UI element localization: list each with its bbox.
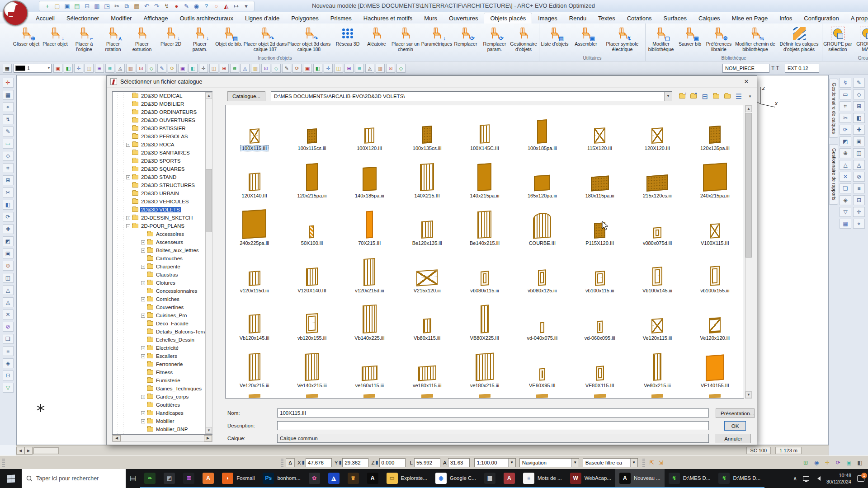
tree-item-2d-3d-volets[interactable]: +2D&3D VOLETS — [113, 206, 212, 214]
tool-icon[interactable]: ▣ — [3, 249, 14, 258]
catalog-item[interactable]: v080x075d.iii — [628, 200, 686, 248]
tree-item-echelles-dessin[interactable]: +Echelles_Dessin — [113, 336, 212, 344]
ribbon-button-liste-d-objets[interactable]: ▤Liste d'objets — [540, 25, 569, 47]
chevron-down-icon[interactable]: ▼ — [664, 92, 672, 101]
ribbon-button-glisser-objet[interactable]: ⊕Glisser objet — [12, 25, 41, 47]
tree-item-ferronnerie[interactable]: +Ferronnerie — [113, 360, 212, 368]
tree-item-2d-3d-patissier[interactable]: +2D&3D PATISSIER — [113, 124, 212, 132]
tree-item-escaliers[interactable]: +Escaliers — [113, 352, 212, 360]
taskbar-photos-app[interactable]: ✿ — [305, 469, 324, 488]
catalog-item[interactable]: COURBE.III — [514, 200, 571, 248]
status-icon[interactable]: ◉ — [812, 458, 821, 467]
redo-icon[interactable]: ↷ — [152, 2, 161, 10]
catalog-item[interactable]: 115X120.III — [571, 105, 628, 153]
catalog-item[interactable]: 120x215pa.iii — [283, 153, 340, 200]
menu-tab-accueil[interactable]: Accueil — [30, 13, 61, 23]
tree-item-fitness[interactable]: +Fitness — [113, 368, 212, 376]
tool-icon[interactable]: ⊡ — [386, 64, 395, 73]
taskbar-word-doc-app[interactable]: ≡Mots de ... — [519, 469, 566, 488]
collapse-icon[interactable]: − — [126, 224, 130, 228]
print-icon[interactable]: ⊟ — [83, 2, 91, 10]
panel-icon[interactable]: ✚ — [853, 125, 865, 135]
tree-item-2d-3d-stand[interactable]: +2D&3D STAND — [113, 173, 212, 181]
menu-tab-affichage[interactable]: Affichage — [137, 13, 174, 23]
panel-icon[interactable]: ⊘ — [853, 172, 865, 182]
undo-icon[interactable]: ↶ — [142, 2, 151, 10]
grid-vertical-scrollbar[interactable]: ▲ ▼ — [745, 105, 752, 399]
tool-icon[interactable]: ◧ — [313, 64, 322, 73]
tool-icon[interactable]: ◬ — [241, 64, 250, 73]
notification-icon[interactable]: 1 — [857, 475, 864, 482]
tool-icon[interactable]: ◇ — [272, 64, 281, 73]
tree-item-fumisterie[interactable]: +Fumisterie — [113, 376, 212, 385]
tree-item-2d-3d-sanitaires[interactable]: +2D&3D SANITAIRES — [113, 149, 212, 157]
open-folder-icon[interactable] — [723, 92, 732, 100]
new-folder-icon[interactable]: ＊ — [689, 92, 698, 100]
menu-tab-images[interactable]: Images — [532, 13, 563, 23]
panel-icon[interactable]: ◇ — [853, 89, 865, 99]
tree-item-cartouches[interactable]: +Cartouches — [113, 254, 212, 263]
tree-item-cuisines-pro[interactable]: +Cuisines_Pro — [113, 311, 212, 319]
tree-item-couvertines[interactable]: +Couvertines — [113, 303, 212, 311]
catalog-item[interactable]: 50X100.iii — [283, 200, 340, 248]
status-icon[interactable]: ✛ — [823, 458, 832, 467]
tool-icon[interactable]: ▥ — [126, 64, 135, 73]
tool-icon[interactable]: ◧ — [64, 64, 73, 73]
catalog-item[interactable]: 70X215.III — [341, 200, 398, 248]
tree-item-handicapes[interactable]: +Handicapes — [113, 409, 212, 417]
horizontal-scrollbar[interactable] — [33, 447, 59, 454]
catalog-item[interactable]: Vb140x225.iii — [341, 295, 398, 343]
document-icon[interactable]: ▥ — [93, 2, 101, 10]
tool-icon[interactable]: ✎ — [3, 127, 14, 136]
catalog-item[interactable]: Be140x215.iii — [456, 200, 513, 248]
tree-item-2d-dessin-sketch[interactable]: +2D-DESSIN_SKETCH — [113, 214, 212, 222]
panel-icon[interactable]: ✛ — [853, 207, 865, 217]
tool-icon[interactable]: ◬ — [365, 64, 374, 73]
ribbon-button-remplacer-param-[interactable]: ⟳Remplacer param. — [480, 25, 509, 52]
tree-item-details-balcons-terrasses[interactable]: +Details_Balcons-Terrasses — [113, 328, 212, 336]
sketch-icon[interactable]: ◭ — [222, 2, 231, 10]
tool-icon[interactable]: ⟳ — [3, 212, 14, 222]
ribbon-button-placer-objet-2d-dans-calque-187[interactable]: ↷Placer objet 2d dans calque 187 — [243, 25, 287, 52]
scroll-left-icon[interactable]: ◀ — [16, 447, 24, 455]
tool-icon[interactable]: ⌖ — [3, 102, 14, 112]
panel-icon[interactable]: ⟳ — [840, 125, 851, 135]
ribbon-button-d-finir-les-calques-d-objets-plac-s[interactable]: Définir les calques d'objets placés — [777, 25, 821, 52]
panel-icon[interactable]: ◬ — [853, 160, 865, 170]
ribbon-button-r-seau-3d[interactable]: Réseau 3D — [333, 25, 362, 47]
catalog-item[interactable]: Be120x135.iii — [398, 200, 456, 248]
menu-tab-mise-en-page[interactable]: Mise en Page — [726, 13, 774, 23]
menu-tab-murs[interactable]: Murs — [418, 13, 443, 23]
lock-icon[interactable]: ▮ — [302, 460, 305, 465]
speaker-icon[interactable] — [815, 476, 821, 481]
catalog-item[interactable]: Ve120x215.iii — [226, 343, 283, 390]
catalog-item[interactable]: vb120x155.iii — [283, 295, 340, 343]
tree-item-mobilier[interactable]: +Mobilier — [113, 417, 212, 425]
panel-icon[interactable]: ▭ — [840, 89, 851, 99]
tool-icon[interactable]: ⊞ — [220, 64, 229, 73]
tool-icon[interactable]: ◇ — [396, 64, 406, 73]
catalog-item[interactable]: vb100x115.iii — [571, 248, 628, 295]
catalog-item[interactable]: Ve80x215.iii — [628, 343, 686, 390]
catalog-item[interactable]: 100X145C.III — [456, 105, 513, 153]
catalog-item[interactable]: Vb80x115.iii — [398, 295, 456, 343]
z-coordinate-field[interactable]: 0.000 — [379, 458, 406, 467]
tree-item-2d-3d-ordinateurs[interactable]: +2D&3D ORDINATEURS — [113, 108, 212, 116]
tool-icon[interactable]: ◫ — [209, 64, 218, 73]
taskbar-webacap-app[interactable]: WWebAcap... — [566, 469, 615, 488]
catalog-item[interactable]: 120X120.III — [628, 105, 686, 153]
catalog-item[interactable]: v120x215d.iii — [341, 248, 398, 295]
taskbar-crown-app[interactable]: ♛ — [344, 469, 363, 488]
presentation-button[interactable]: Présentation... — [716, 408, 755, 418]
menu-tab-calques[interactable]: Calques — [693, 13, 726, 23]
tool-icon[interactable]: ◫ — [3, 273, 14, 283]
catalog-item[interactable]: Vb100x145.iii — [628, 248, 686, 295]
tree-item-gaines-techniques[interactable]: +Gaines_Techniques — [113, 385, 212, 393]
scroll-down-icon[interactable]: ▼ — [206, 427, 212, 434]
filter-combo[interactable]: Bascule filtre ca▼ — [583, 458, 638, 467]
tree-item-2d-3d-sports[interactable]: +2D&3D SPORTS — [113, 157, 212, 165]
stop-icon[interactable]: ● — [172, 2, 181, 10]
ribbon-button-placer-objet[interactable]: ↓Placer objet — [41, 25, 70, 47]
panel-icon[interactable]: ◧ — [853, 113, 865, 123]
tool-icon[interactable]: ✎ — [157, 64, 166, 73]
